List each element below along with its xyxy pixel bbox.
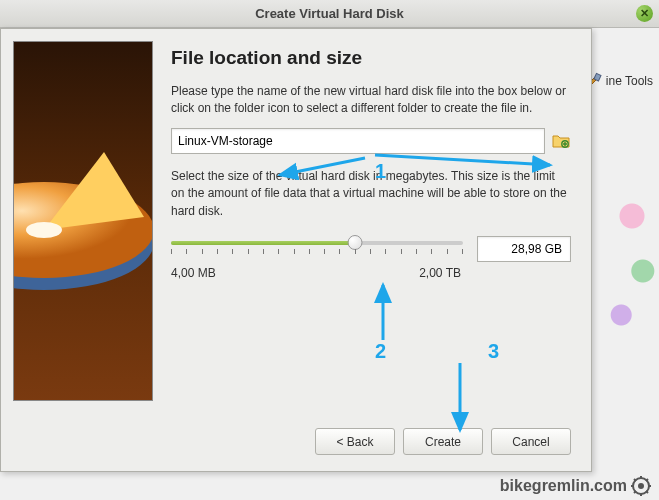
range-min: 4,00 MB xyxy=(171,266,216,280)
wizard-dialog: File location and size Please type the n… xyxy=(0,28,592,472)
slider-range-labels: 4,00 MB 2,00 TB xyxy=(171,266,571,280)
range-max: 2,00 TB xyxy=(419,266,461,280)
size-row xyxy=(171,236,571,262)
size-input[interactable] xyxy=(477,236,571,262)
back-button[interactable]: < Back xyxy=(315,428,395,455)
size-slider[interactable] xyxy=(171,241,463,257)
svg-rect-0 xyxy=(594,73,601,81)
browse-folder-button[interactable] xyxy=(551,131,571,151)
svg-line-12 xyxy=(634,479,636,481)
path-row xyxy=(171,128,571,154)
wizard-content: File location and size Please type the n… xyxy=(153,41,579,459)
svg-line-15 xyxy=(634,491,636,493)
desc-path: Please type the name of the new virtual … xyxy=(171,83,571,118)
folder-icon xyxy=(552,133,570,149)
wizard-illustration xyxy=(13,41,153,401)
titlebar: Create Virtual Hard Disk ✕ xyxy=(0,0,659,28)
svg-point-4 xyxy=(26,222,62,238)
background-toolbar-item[interactable]: ine Tools xyxy=(584,72,653,90)
background-decoration xyxy=(605,150,659,370)
page-heading: File location and size xyxy=(171,47,571,69)
watermark: bikegremlin.com xyxy=(500,476,651,496)
file-path-input[interactable] xyxy=(171,128,545,154)
svg-line-13 xyxy=(646,491,648,493)
gear-icon xyxy=(631,476,651,496)
svg-point-7 xyxy=(638,483,644,489)
desc-size: Select the size of the virtual hard disk… xyxy=(171,168,571,220)
cancel-button[interactable]: Cancel xyxy=(491,428,571,455)
close-icon[interactable]: ✕ xyxy=(636,5,653,22)
wizard-buttons: < Back Create Cancel xyxy=(171,428,571,459)
svg-line-14 xyxy=(646,479,648,481)
create-button[interactable]: Create xyxy=(403,428,483,455)
slider-thumb[interactable] xyxy=(347,235,362,250)
window-title: Create Virtual Hard Disk xyxy=(255,6,404,21)
